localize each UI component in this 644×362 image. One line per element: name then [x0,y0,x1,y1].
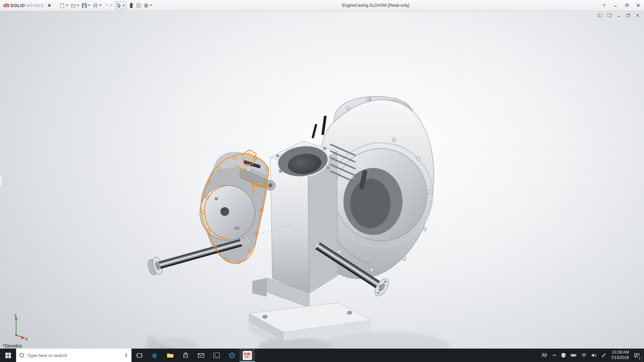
minimize-button[interactable] [610,0,621,11]
bearing-disc-part[interactable] [200,185,255,240]
help-label: ? [603,3,605,8]
help-button[interactable]: ? [598,0,610,11]
new-document-button[interactable] [59,2,69,9]
undo-icon [104,3,109,8]
restore-icon [625,3,629,7]
action-center-button[interactable]: 2 [632,349,642,362]
taskbar-clock[interactable]: 10:28 AM 7/13/2018 [608,349,632,362]
save-button[interactable] [81,2,91,9]
microphone-icon[interactable] [124,353,128,358]
show-desktop-button[interactable] [642,349,644,362]
network-button[interactable] [579,349,589,362]
security-shield-icon [561,353,566,358]
logo-text-solid: SOLID [10,3,25,8]
doc-restore-button[interactable] [625,13,631,18]
task-view-button[interactable] [131,349,147,362]
document-window-controls [597,13,641,18]
undo-button[interactable] [103,2,113,9]
solidworks-icon-text: SW [244,352,251,356]
chevron-up-icon [552,354,556,357]
pane-right-button[interactable] [606,13,612,18]
select-tool-pressed[interactable] [115,1,126,10]
hexagon-app-icon [229,352,235,359]
security-button[interactable] [559,349,568,362]
start-button[interactable] [0,349,16,362]
mail-button[interactable] [193,349,209,362]
file-properties-button[interactable] [136,2,142,9]
store-button[interactable] [178,349,193,362]
restore-icon [626,13,631,17]
select-button[interactable] [116,2,126,9]
dassault-mark-icon: ds [3,2,9,9]
standard-toolbar [59,1,153,10]
menu-flyout-arrow[interactable] [46,1,53,9]
open-button[interactable] [70,2,80,9]
screen: ds SOLIDWORKS [0,0,644,362]
volume-button[interactable] [589,349,599,362]
flyout-triangle-icon [49,4,51,7]
pane-right-icon [607,13,612,17]
restore-button[interactable] [621,0,633,11]
store-icon [183,352,189,359]
doc-close-button[interactable] [635,13,641,18]
small-pins[interactable] [312,116,327,139]
undo-dropdown-caret[interactable] [110,5,112,6]
task-view-icon [136,353,143,358]
logo-text-works: WORKS [26,3,44,8]
file-properties-icon [136,3,142,8]
options-button[interactable] [143,2,153,9]
graphics-area[interactable]: Y X *Dimetric [0,11,644,349]
windows-ink-button[interactable] [599,349,608,362]
select-dropdown-caret[interactable] [123,5,125,6]
system-tray: 10:28 AM 7/13/2018 2 [539,349,644,362]
clock-date: 7/13/2018 [611,355,629,361]
open-icon [70,3,76,8]
volume-icon [591,353,597,358]
rebuild-button[interactable] [128,2,135,9]
pane-left-button[interactable] [597,13,603,18]
options-dropdown-caret[interactable] [150,5,152,6]
clock-time: 10:28 AM [612,350,629,355]
print-icon [93,3,98,8]
doc-minimize-button[interactable] [616,13,622,18]
new-dropdown-caret[interactable] [66,5,68,6]
print-button[interactable] [92,2,102,9]
windows-start-icon [5,353,11,358]
app-titlebar: ds SOLIDWORKS [0,0,644,11]
close-button[interactable] [633,0,644,11]
people-button[interactable] [539,349,550,362]
minimize-icon [616,13,621,17]
pane-left-icon [598,13,602,17]
hexagon-app-button[interactable] [224,349,239,362]
search-input[interactable] [27,353,121,358]
taskbar-search-box[interactable] [16,349,131,362]
tray-overflow-button[interactable] [550,349,559,362]
battery-button[interactable] [568,349,579,362]
command-prompt-button[interactable] [209,349,224,362]
new-document-icon [59,3,65,8]
mail-icon [198,353,204,358]
minimize-icon [613,3,618,7]
collapsed-panel-tab[interactable] [0,175,3,187]
windows-taskbar: e SW 2017 [0,349,644,362]
print-dropdown-caret[interactable] [99,5,101,6]
edge-button[interactable]: e [147,349,162,362]
3d-viewport-canvas[interactable] [0,11,644,349]
notification-badge: 2 [637,356,642,361]
solidworks-app-button[interactable]: SW 2017 [239,349,255,362]
view-orientation-label: *Dimetric [3,343,22,349]
command-prompt-icon [213,353,220,358]
document-title: EngineCasing.SLDASM [Read-only] [153,3,598,8]
close-icon [635,13,640,17]
open-dropdown-caret[interactable] [77,5,79,6]
close-icon [636,3,640,7]
solidworks-icon-year: 2017 [245,356,250,359]
solidworks-icon: SW 2017 [243,351,252,360]
network-wifi-icon [581,353,587,358]
save-icon [82,3,87,8]
file-explorer-icon [167,353,174,358]
file-explorer-button[interactable] [162,349,178,362]
solidworks-logo: ds SOLIDWORKS [3,2,46,9]
save-dropdown-caret[interactable] [88,5,90,6]
cylinder-block-part[interactable] [270,141,338,293]
